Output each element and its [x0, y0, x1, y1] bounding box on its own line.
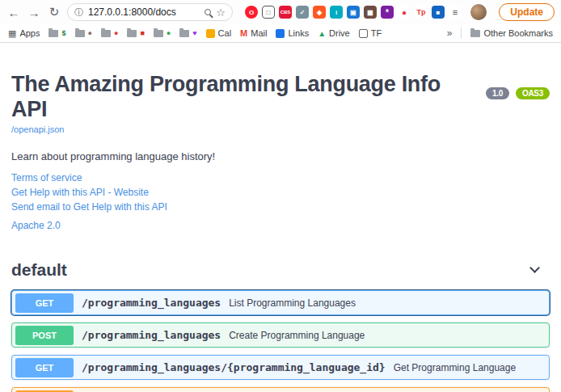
extension-icon-5[interactable]: ◆: [313, 6, 326, 19]
dot-icon: ●: [167, 29, 171, 37]
search-icon[interactable]: [205, 9, 211, 15]
method-badge: GET: [15, 358, 74, 377]
oas3-badge: OAS3: [516, 87, 550, 99]
extension-icon-11[interactable]: Tp: [415, 6, 428, 19]
browser-toolbar: ← → ↻ ⓘ 127.0.0.1:8000/docs ☆ O □ CBS ✓ …: [0, 0, 561, 24]
extension-icon-7[interactable]: ▣: [347, 6, 360, 19]
operation-row-get-language[interactable]: GET /programming_languages/{programming_…: [11, 355, 550, 380]
folder-icon: [101, 30, 111, 37]
folder-icon: [179, 30, 189, 37]
avatar[interactable]: [470, 4, 487, 20]
operation-path: /programming_languages: [82, 297, 221, 309]
terms-of-service-link[interactable]: Terms of service: [11, 172, 550, 183]
operation-path: /programming_languages: [82, 329, 221, 341]
forward-icon[interactable]: →: [27, 6, 41, 19]
api-description: Learn about programming language history…: [11, 150, 550, 162]
dollar-glyph: $: [61, 29, 65, 37]
browser-chrome: ← → ↻ ⓘ 127.0.0.1:8000/docs ☆ O □ CBS ✓ …: [0, 0, 561, 43]
chevron-down-icon[interactable]: [529, 263, 540, 273]
swagger-ui: The Amazing Programming Language Info AP…: [0, 43, 561, 392]
drive-icon: ▲: [318, 29, 326, 38]
site-info-icon[interactable]: ⓘ: [74, 6, 83, 19]
extension-icon-10[interactable]: ●: [398, 6, 411, 19]
bookmark-folder-6[interactable]: ♥: [179, 29, 196, 37]
extensions-row: O □ CBS ✓ ◆ i ▣ ▦ * ● Tp ■ ≡: [245, 6, 462, 19]
bookmark-folder-dollar[interactable]: $: [49, 29, 65, 37]
operation-summary: Create Programming Language: [229, 330, 365, 341]
folder-icon: [127, 30, 137, 37]
extension-icon-4[interactable]: ✓: [296, 6, 309, 19]
bookmark-mail[interactable]: M Mail: [240, 28, 267, 38]
operation-row-update-language[interactable]: PUT /programming_languages/{programming_…: [11, 387, 550, 392]
contact-email-link[interactable]: Send email to Get Help with this API: [11, 201, 550, 213]
operation-summary: List Programming Languages: [229, 297, 356, 309]
version-badge: 1.0: [486, 87, 509, 99]
bookmark-folder-3[interactable]: ●: [101, 29, 118, 37]
url-text[interactable]: 127.0.0.1:8000/docs: [88, 6, 200, 18]
bookmark-drive[interactable]: ▲ Drive: [318, 28, 350, 38]
bookmark-cal[interactable]: Cal: [206, 28, 232, 38]
openapi-spec-link[interactable]: /openapi.json: [11, 124, 550, 134]
operation-summary: Get Programming Language: [394, 362, 516, 373]
bookmarks-divider: [461, 27, 462, 39]
reload-icon[interactable]: ↻: [47, 5, 61, 19]
extension-icon-9[interactable]: *: [381, 6, 394, 19]
bookmark-star-icon[interactable]: ☆: [216, 6, 226, 19]
default-tag-section: default GET /programming_languages List …: [11, 260, 550, 392]
url-bar[interactable]: ⓘ 127.0.0.1:8000/docs ☆: [67, 3, 233, 21]
bookmark-folder-5[interactable]: ●: [154, 29, 171, 37]
bookmark-label: Cal: [218, 28, 232, 38]
operation-row-create-language[interactable]: POST /programming_languages Create Progr…: [11, 322, 550, 348]
extension-icon-1[interactable]: O: [245, 6, 258, 19]
bookmarks-bar: ▦ Apps $ ● ● ■ ● ♥ Cal: [0, 24, 561, 43]
links-icon: [276, 29, 285, 38]
contact-website-link[interactable]: Get Help with this API - Website: [11, 187, 550, 198]
bookmark-tf[interactable]: TF: [359, 28, 382, 38]
api-title: The Amazing Programming Language Info AP…: [11, 72, 479, 122]
bookmark-label: Apps: [19, 28, 40, 38]
gift-icon: ■: [140, 29, 144, 37]
page-title-row: The Amazing Programming Language Info AP…: [11, 72, 550, 122]
bookmark-folder-2[interactable]: ●: [75, 29, 92, 37]
bookmarks-overflow-chevron[interactable]: »: [447, 27, 453, 39]
folder-icon: [75, 30, 85, 37]
heart-icon: ♥: [192, 29, 196, 37]
calendar-icon: [206, 29, 215, 38]
bookmark-apps[interactable]: ▦ Apps: [8, 28, 40, 39]
extension-icon-6[interactable]: i: [330, 6, 343, 19]
bookmark-folder-4[interactable]: ■: [127, 29, 144, 37]
tf-icon: [359, 29, 368, 38]
folder-icon: [470, 30, 480, 37]
method-badge: POST: [15, 326, 74, 345]
bookmark-label: Other Bookmarks: [483, 28, 553, 38]
update-button[interactable]: Update: [499, 3, 555, 21]
bookmark-links[interactable]: Links: [276, 28, 309, 38]
bookmark-label: TF: [371, 28, 382, 38]
folder-icon: [154, 30, 163, 37]
operation-path: /programming_languages/{programming_lang…: [82, 361, 386, 373]
folder-icon: [49, 30, 58, 37]
back-icon[interactable]: ←: [6, 6, 21, 19]
info-links: Terms of service Get Help with this API …: [11, 172, 550, 231]
gmail-icon: M: [240, 28, 247, 38]
bookmark-label: Drive: [329, 28, 350, 38]
extension-icon-3[interactable]: CBS: [279, 6, 292, 19]
license-link[interactable]: Apache 2.0: [11, 220, 550, 231]
extension-icon-13[interactable]: ≡: [449, 6, 462, 19]
dot-icon: ●: [88, 29, 92, 37]
extension-icon-8[interactable]: ▦: [364, 6, 377, 19]
apps-grid-icon: ▦: [8, 28, 16, 39]
section-title: default: [11, 260, 67, 280]
dot-icon: ●: [114, 29, 118, 37]
bookmark-other-bookmarks[interactable]: Other Bookmarks: [470, 28, 553, 38]
method-badge: GET: [15, 293, 74, 313]
bookmark-label: Mail: [251, 28, 267, 38]
extension-icon-12[interactable]: ■: [432, 6, 445, 19]
section-header-default[interactable]: default: [11, 260, 550, 280]
operation-row-list-languages[interactable]: GET /programming_languages List Programm…: [11, 290, 550, 315]
bookmark-label: Links: [288, 28, 309, 38]
extension-icon-2[interactable]: □: [262, 6, 275, 19]
